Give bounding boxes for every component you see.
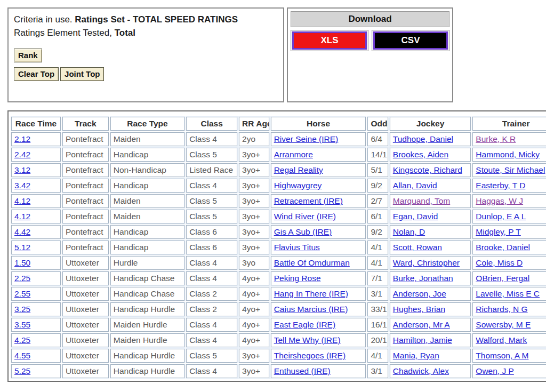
race_time-link[interactable]: 1.50: [14, 258, 30, 267]
race_time-link[interactable]: 3.25: [14, 305, 30, 314]
jockey-link[interactable]: Brookes, Aiden: [393, 150, 448, 159]
trainer-link[interactable]: OBrien, Fergal: [476, 274, 529, 283]
trainer-link[interactable]: Hammond, Micky: [476, 150, 540, 159]
race_time-link[interactable]: 2.25: [14, 274, 30, 283]
jockey-link[interactable]: Hamilton, Jamie: [393, 335, 452, 345]
table-row: 4.12PontefractMaidenClass 53yo+Retraceme…: [11, 194, 546, 208]
horse-link[interactable]: East Eagle (IRE): [274, 320, 335, 329]
column-header-trainer: Trainer: [472, 117, 546, 131]
jockey-link[interactable]: Ward, Christopher: [393, 258, 460, 267]
cell-track: Pontefract: [62, 163, 109, 177]
trainer-link[interactable]: Haggas, W J: [476, 196, 523, 205]
cell-jockey: Marquand, Tom: [390, 194, 471, 208]
horse-link[interactable]: Arranmore: [274, 150, 313, 159]
horse-link[interactable]: Tell Me Why (IRE): [274, 335, 341, 345]
trainer-link[interactable]: Midgley, P T: [476, 227, 520, 236]
cell-race_time: 3.42: [11, 179, 61, 193]
cell-horse: Highwaygrey: [271, 179, 366, 193]
download-xls-button[interactable]: XLS: [292, 31, 367, 50]
trainer-link[interactable]: Richards, N G: [476, 305, 527, 314]
download-panel: Download XLS CSV: [287, 7, 453, 102]
horse-link[interactable]: Enthused (IRE): [274, 366, 331, 375]
trainer-link[interactable]: Walford, Mark: [476, 335, 527, 345]
horse-link[interactable]: Hang In There (IRE): [274, 289, 348, 298]
cell-jockey: Burke, Jonathan: [390, 271, 471, 285]
cell-class: Class 4: [186, 132, 237, 146]
horse-link[interactable]: Battle Of Omdurman: [274, 258, 350, 267]
download-csv-button[interactable]: CSV: [373, 31, 448, 50]
horse-link[interactable]: Gis A Sub (IRE): [274, 227, 332, 236]
trainer-link[interactable]: Cole, Miss D: [476, 258, 523, 267]
jockey-link[interactable]: Nolan, D: [393, 227, 425, 236]
horse-link[interactable]: Peking Rose: [274, 274, 321, 283]
jockey-link[interactable]: Burke, Jonathan: [393, 274, 453, 283]
ratings-set-value: Ratings Set - TOTAL SPEED RATINGS: [75, 14, 238, 25]
race_time-link[interactable]: 3.12: [14, 165, 30, 174]
race_time-link[interactable]: 4.12: [14, 212, 30, 221]
cell-jockey: Chadwick, Alex: [390, 364, 471, 378]
race_time-link[interactable]: 5.25: [14, 366, 30, 375]
jockey-link[interactable]: Kingscote, Richard: [393, 165, 462, 174]
cell-jockey: Ward, Christopher: [390, 256, 471, 270]
horse-link[interactable]: Caius Marcius (IRE): [274, 305, 348, 314]
cell-track: Pontefract: [62, 148, 109, 162]
trainer-link[interactable]: Burke, K R: [476, 134, 516, 143]
trainer-link[interactable]: Thomson, A M: [476, 351, 528, 360]
trainer-link[interactable]: Stoute, Sir Michael: [476, 165, 545, 174]
cell-trainer: Burke, K R: [472, 132, 546, 146]
race_time-link[interactable]: 4.55: [14, 351, 30, 360]
trainer-link[interactable]: Dunlop, E A L: [476, 212, 526, 221]
trainer-link[interactable]: Lavelle, Miss E C: [476, 289, 540, 298]
horse-link[interactable]: Highwaygrey: [274, 181, 322, 190]
jockey-link[interactable]: Anderson, Joe: [393, 289, 446, 298]
jockey-link[interactable]: Hughes, Brian: [393, 305, 445, 314]
jockey-link[interactable]: Egan, David: [393, 212, 438, 221]
jockey-link[interactable]: Anderson, Mr A: [393, 320, 450, 329]
cell-jockey: Egan, David: [390, 210, 471, 223]
jockey-link[interactable]: Chadwick, Alex: [393, 366, 449, 375]
cell-race_time: 2.42: [11, 148, 61, 162]
trainer-link[interactable]: Easterby, T D: [476, 181, 525, 190]
jockey-link[interactable]: Mania, Ryan: [393, 351, 439, 360]
horse-link[interactable]: Theirshegoes (IRE): [274, 351, 346, 360]
jockey-link[interactable]: Tudhope, Daniel: [393, 134, 453, 143]
trainer-link[interactable]: Owen, J P: [476, 366, 514, 375]
horse-link[interactable]: River Seine (IRE): [274, 134, 339, 143]
joint-top-button[interactable]: Joint Top: [60, 67, 104, 81]
rank-button[interactable]: Rank: [14, 49, 42, 62]
race_time-link[interactable]: 2.42: [14, 150, 30, 159]
race_time-link[interactable]: 5.12: [14, 243, 30, 252]
race_time-link[interactable]: 4.12: [14, 196, 30, 205]
cell-trainer: Haggas, W J: [472, 194, 546, 208]
cell-track: Pontefract: [62, 132, 109, 146]
cell-track: Uttoxeter: [62, 287, 109, 301]
race_time-link[interactable]: 3.55: [14, 320, 30, 329]
trainer-link[interactable]: Brooke, Daniel: [476, 243, 530, 252]
cell-race_type: Handicap Chase: [110, 271, 184, 285]
race_time-link[interactable]: 4.25: [14, 335, 30, 345]
criteria-line2-prefix: Ratings Element Tested,: [14, 28, 115, 38]
cell-rr_age: 3yo+: [239, 225, 269, 239]
race_time-link[interactable]: 2.55: [14, 289, 30, 298]
horse-link[interactable]: Flavius Titus: [274, 243, 320, 252]
trainer-link[interactable]: Sowersby, M E: [476, 320, 531, 329]
cell-class: Class 6: [186, 241, 237, 254]
race_time-link[interactable]: 2.12: [14, 134, 30, 143]
race_time-link[interactable]: 4.42: [14, 227, 30, 236]
clear-top-button[interactable]: Clear Top: [14, 67, 59, 81]
cell-trainer: Owen, J P: [472, 364, 546, 378]
criteria-line-2: Ratings Element Tested, Total: [14, 27, 278, 40]
cell-trainer: Stoute, Sir Michael: [472, 163, 546, 177]
cell-race_type: Hurdle: [110, 256, 184, 270]
table-row: 5.25UttoxeterHandicap HurdleClass 43yo+E…: [11, 364, 546, 378]
cell-horse: Flavius Titus: [271, 241, 366, 254]
cell-horse: Hang In There (IRE): [271, 287, 366, 301]
jockey-link[interactable]: Allan, David: [393, 181, 437, 190]
horse-link[interactable]: Retracement (IRE): [274, 196, 343, 205]
horse-link[interactable]: Wind River (IRE): [274, 212, 336, 221]
cell-rr_age: 3yo+: [239, 148, 269, 162]
horse-link[interactable]: Regal Reality: [274, 165, 323, 174]
jockey-link[interactable]: Marquand, Tom: [393, 196, 450, 205]
jockey-link[interactable]: Scott, Rowan: [393, 243, 442, 252]
race_time-link[interactable]: 3.42: [14, 181, 30, 190]
